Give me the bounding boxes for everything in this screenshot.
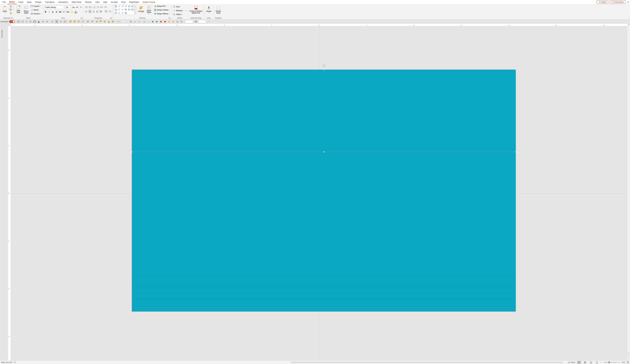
qat-align-obj-middle-button[interactable] xyxy=(103,20,106,24)
shape-triangle-icon[interactable] xyxy=(114,8,118,11)
expand-thumbnails-button[interactable]: › xyxy=(2,26,2,28)
prev-slide-button[interactable]: ⭱ xyxy=(628,355,630,358)
qat-align-center-button[interactable] xyxy=(55,20,59,24)
qat-align-obj-right-button[interactable] xyxy=(95,20,98,24)
bold-button[interactable]: B xyxy=(44,10,47,14)
shape-callout-icon[interactable] xyxy=(128,11,131,14)
qat-anim-add-button[interactable] xyxy=(143,20,146,24)
reset-button[interactable]: Reset xyxy=(30,8,42,12)
align-center-button[interactable] xyxy=(88,10,92,13)
font-name-combo[interactable]: Calibri (Body)▾ xyxy=(44,6,65,9)
qat-anim-outline2-button[interactable] xyxy=(180,20,183,24)
tab-review[interactable]: Review xyxy=(83,0,94,4)
shape-fill-button[interactable]: Shape Fill▾ xyxy=(153,4,170,8)
tab-file[interactable]: File xyxy=(1,0,8,4)
align-text-button[interactable]: ▾ xyxy=(104,10,108,13)
shapes-expand[interactable]: ▾ xyxy=(134,11,136,14)
next-slide-button[interactable]: ⭳ xyxy=(628,358,630,360)
copy-button[interactable]: ▾ xyxy=(9,8,12,11)
reuse-slides-button[interactable]: Reuse Slides xyxy=(23,4,30,15)
tab-slide-show[interactable]: Slide Show xyxy=(70,0,83,4)
autosave-toggle[interactable]: AutoSave xyxy=(1,20,15,23)
adobe-pdf-button[interactable]: Create and Share Adobe PDF xyxy=(189,4,203,15)
sorter-view-button[interactable] xyxy=(583,361,587,364)
vertical-scrollbar[interactable]: ▲ ▼ ⭱ ⭳ xyxy=(627,24,630,360)
qat-crop-button[interactable] xyxy=(129,20,132,24)
tab-pens[interactable]: Pens xyxy=(120,0,128,4)
qat-align-obj-left-button[interactable] xyxy=(86,20,90,24)
qat-anim-red2-button[interactable] xyxy=(163,20,167,24)
qat-merge-combine-button[interactable] xyxy=(121,20,124,24)
qat-bring-forward-button[interactable] xyxy=(69,20,72,24)
qat-width-spin[interactable]: ▲▼ xyxy=(185,20,194,23)
paste-button[interactable]: Paste ▾ xyxy=(1,4,8,15)
tab-transitions[interactable]: Transitions xyxy=(43,0,56,4)
shape-rect-icon[interactable] xyxy=(128,4,131,8)
qat-align-left-button[interactable] xyxy=(51,20,54,24)
shape-arrow-line-icon[interactable] xyxy=(121,4,124,8)
tab-acrobat[interactable]: Acrobat xyxy=(109,0,120,4)
qat-rectangle-button[interactable] xyxy=(21,20,24,24)
qat-superscript-button[interactable]: x2 xyxy=(46,20,49,24)
shape-oval-icon[interactable] xyxy=(114,11,118,14)
shape-arc-icon[interactable] xyxy=(118,8,121,11)
feedback-smile-icon[interactable]: ☺ xyxy=(626,1,630,4)
strikethrough-button[interactable]: S xyxy=(55,10,58,14)
selected-shape[interactable] xyxy=(132,70,516,312)
qat-height-spin[interactable]: ▲▼ xyxy=(198,20,207,23)
reading-view-button[interactable] xyxy=(589,361,593,364)
tab-design[interactable]: Design xyxy=(34,0,43,4)
fit-to-window-button[interactable] xyxy=(627,361,629,364)
qat-oval-button[interactable] xyxy=(25,20,28,24)
find-button[interactable]: Find xyxy=(172,5,180,8)
qat-anim-green1-button[interactable] xyxy=(151,20,154,24)
qat-font-color-button[interactable]: A▾ xyxy=(37,20,41,24)
qat-valign-button[interactable]: ▾ xyxy=(63,20,67,24)
qat-anim-orange2-button[interactable] xyxy=(172,20,175,24)
qat-send-backward-button[interactable] xyxy=(73,20,76,24)
italic-button[interactable]: I xyxy=(48,10,51,14)
shape-pentagon-icon[interactable] xyxy=(128,8,131,11)
font-color-button[interactable]: A▾ xyxy=(74,10,78,14)
format-painter-button[interactable] xyxy=(9,12,12,15)
qat-anim-preview-button[interactable] xyxy=(147,20,150,24)
shape-outline-button[interactable]: Shape Outline▾ xyxy=(153,8,170,12)
align-right-button[interactable] xyxy=(92,10,95,13)
notes-button[interactable]: Notes xyxy=(568,361,575,364)
tab-home[interactable]: Home xyxy=(8,0,16,4)
qat-textbox-button[interactable]: A xyxy=(17,20,20,24)
cut-button[interactable] xyxy=(9,4,12,8)
clipboard-launcher[interactable]: ↘ xyxy=(11,17,12,19)
shadow-button[interactable]: ab xyxy=(58,10,62,14)
tab-brightslide[interactable]: BrightSlide xyxy=(128,0,141,4)
qat-dist-horiz-button[interactable] xyxy=(111,20,115,24)
section-button[interactable]: Section▾ xyxy=(30,12,42,15)
align-left-button[interactable] xyxy=(85,10,88,13)
spellcheck-icon[interactable] xyxy=(14,361,16,364)
qat-subscript-button[interactable]: x2 xyxy=(41,20,45,24)
qat-align-obj-top-button[interactable] xyxy=(99,20,102,24)
zoom-slider[interactable] xyxy=(604,362,617,363)
shape-curve-icon[interactable] xyxy=(121,8,124,11)
zoom-in-button[interactable]: + xyxy=(618,361,620,364)
shapes-scroll-up[interactable]: ▴ xyxy=(134,4,136,8)
font-launcher[interactable]: ↘ xyxy=(81,17,82,19)
quick-styles-button[interactable]: A Quick Styles▾ xyxy=(146,4,153,15)
font-size-combo[interactable]: 18▾ xyxy=(66,6,72,9)
change-case-button[interactable]: Aa▾ xyxy=(66,10,70,14)
qat-anim-red1-button[interactable] xyxy=(159,20,163,24)
handle-ne[interactable] xyxy=(515,69,516,70)
zoom-out-button[interactable]: − xyxy=(601,361,602,364)
dictate-button[interactable]: Dictate▾ xyxy=(205,4,212,15)
shape-connector-icon[interactable] xyxy=(124,4,128,8)
shapes-scroll-down[interactable]: ▾ xyxy=(134,8,136,11)
design-ideas-button[interactable]: Design Ideas xyxy=(214,4,222,15)
shape-hexagon-icon[interactable] xyxy=(131,8,134,11)
qat-align-right-button[interactable] xyxy=(59,20,63,24)
underline-button[interactable]: U xyxy=(51,10,54,14)
shape-line-icon[interactable] xyxy=(118,4,121,8)
qat-bring-front-button[interactable] xyxy=(77,20,80,24)
numbering-button[interactable]: 123▾ xyxy=(88,6,92,9)
tab-shape-format[interactable]: Shape Format xyxy=(141,0,157,4)
columns-button[interactable]: ▾ xyxy=(99,10,103,13)
